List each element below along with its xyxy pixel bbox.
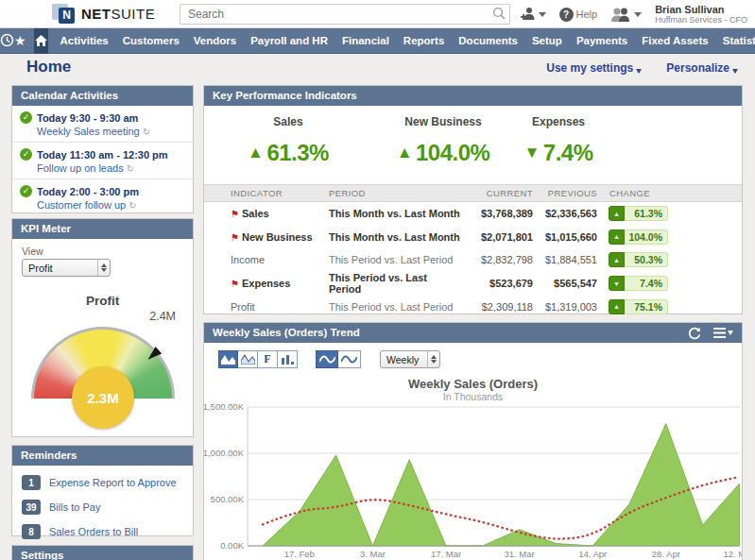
table-row[interactable]: Income This Period vs. Last Period $2,83… (204, 248, 742, 272)
nav-item-activities[interactable]: Activities (60, 35, 109, 46)
calendar-activities-panel: Calendar Activities ✓Today 9:30 - 9:30 a… (11, 85, 194, 213)
reminder-item[interactable]: 39 Bills to Pay (22, 500, 183, 515)
chart-type-line-button[interactable] (238, 350, 258, 368)
portlet-menu-icon[interactable] (713, 328, 733, 338)
reminders-header[interactable]: Reminders (12, 446, 193, 466)
reminder-item[interactable]: 8 Sales Orders to Bill (22, 524, 183, 539)
nav-item-fixed-assets[interactable]: Fixed Assets (642, 35, 709, 46)
reminder-count-badge: 8 (22, 524, 41, 539)
calendar-event[interactable]: ✓Today 2:00 - 3:00 pm Customer follow up… (12, 178, 193, 215)
flag-icon: ⚑ (231, 232, 239, 243)
nav-item-documents[interactable]: Documents (458, 35, 518, 46)
col-header-indicator[interactable]: INDICATOR (231, 188, 329, 198)
svg-text:3. Mar: 3. Mar (360, 549, 386, 559)
trend-panel: Weekly Sales (Orders) Trend F (203, 322, 743, 560)
col-header-period[interactable]: PERIOD (329, 188, 461, 198)
calendar-event[interactable]: ✓Today 9:30 - 9:30 am Weekly Sales meeti… (12, 106, 193, 142)
change-badge: ▲104.0% (609, 229, 668, 245)
user-menu[interactable] (610, 7, 642, 23)
table-row[interactable]: Profit This Period vs. Last Period $2,30… (204, 295, 742, 318)
reminder-label[interactable]: Sales Orders to Bill (49, 526, 138, 537)
top-header: N NETSUITE ? Help Brian Sullivan Huffman… (0, 0, 755, 28)
chevron-down-icon (634, 12, 642, 17)
event-title[interactable]: Weekly Sales meeting (37, 126, 140, 137)
interval-select[interactable]: Weekly (380, 350, 440, 368)
line-chart-icon (241, 354, 255, 365)
reminder-count-badge: 1 (22, 475, 41, 490)
chart-type-flag-button[interactable]: F (258, 350, 278, 368)
personalize-button[interactable]: Personalize (666, 61, 738, 75)
nav-item-customers[interactable]: Customers (123, 35, 180, 46)
event-title[interactable]: Follow up on leads (37, 162, 124, 174)
nav-item-financial[interactable]: Financial (342, 35, 389, 46)
check-circle-icon: ✓ (20, 148, 32, 161)
use-my-settings-button[interactable]: Use my settings (546, 61, 642, 75)
home-tab[interactable] (34, 28, 48, 54)
check-circle-icon: ✓ (20, 111, 32, 124)
chart-type-bar-button[interactable] (278, 350, 298, 368)
calendar-activities-header[interactable]: Calendar Activities (12, 86, 193, 106)
kpi-meter-header[interactable]: KPI Meter (12, 219, 193, 239)
svg-text:0.00K: 0.00K (220, 540, 244, 551)
user-name: Brian Sullivan (655, 4, 747, 16)
svg-text:12. May: 12. May (724, 549, 743, 559)
refresh-icon[interactable] (688, 327, 701, 340)
recent-records-button[interactable] (0, 33, 14, 49)
shortcuts-button[interactable]: ★ (14, 33, 26, 48)
settings-header[interactable]: Settings (12, 546, 193, 560)
calendar-event[interactable]: ✓Today 11:30 am - 12:30 pm Follow up on … (12, 142, 193, 178)
svg-text:31. Mar: 31. Mar (504, 549, 534, 559)
svg-text:28. Apr: 28. Apr (652, 549, 680, 559)
check-circle-icon: ✓ (20, 185, 32, 197)
chart-type-area-button[interactable] (218, 350, 238, 368)
chevron-down-icon (539, 12, 546, 17)
kpi-panel-header[interactable]: Key Performance Indicators (204, 86, 742, 106)
trendline-outline-button[interactable] (338, 350, 361, 368)
recurring-icon: ↻ (127, 163, 134, 174)
create-new-button[interactable] (520, 7, 546, 22)
nav-item-payroll-hr[interactable]: Payroll and HR (250, 35, 328, 46)
kpi-gauge: 2.3M (31, 323, 175, 436)
flag-chart-icon: F (264, 352, 270, 366)
weekly-sales-chart[interactable]: 0.00K500.00K1,000.00K1,500.00K17. Feb3. … (205, 402, 743, 560)
interval-value: Weekly (381, 354, 427, 365)
event-title[interactable]: Customer follow up (37, 199, 126, 211)
gauge-title: Profit (12, 294, 193, 308)
kpi-headline-sales[interactable]: Sales ▲61.3% (217, 115, 359, 166)
event-time: Today 11:30 am - 12:30 pm (37, 149, 168, 161)
svg-text:17. Feb: 17. Feb (284, 549, 315, 559)
nav-item-reports[interactable]: Reports (403, 35, 444, 46)
reminder-label[interactable]: Bills to Pay (49, 501, 100, 513)
trend-panel-title: Weekly Sales (Orders) Trend (213, 323, 360, 343)
trend-panel-header[interactable]: Weekly Sales (Orders) Trend (204, 323, 742, 343)
kpi-view-select[interactable]: Profit (22, 259, 111, 277)
col-header-current[interactable]: CURRENT (461, 188, 533, 198)
search-icon[interactable] (489, 7, 509, 22)
reminder-item[interactable]: 1 Expense Report to Approve (22, 475, 183, 490)
up-arrow-icon: ▲ (397, 144, 412, 162)
global-search[interactable] (180, 4, 510, 25)
reminder-count-badge: 39 (22, 500, 41, 515)
search-input[interactable] (180, 8, 489, 21)
reminder-label[interactable]: Expense Report to Approve (49, 477, 177, 488)
svg-text:17. Mar: 17. Mar (431, 549, 461, 559)
nav-item-payments[interactable]: Payments (576, 35, 627, 46)
flag-icon: ⚑ (231, 209, 239, 219)
reminders-panel: Reminders 1 Expense Report to Approve 39… (11, 445, 194, 536)
col-header-change[interactable]: CHANGE (597, 188, 742, 198)
user-info[interactable]: Brian Sullivan Huffman Services - CFO (655, 4, 747, 25)
table-row[interactable]: ⚑Sales This Month vs. Last Month $3,768,… (204, 202, 742, 226)
trendline-smooth-button[interactable] (316, 350, 338, 368)
kpi-headline-expenses[interactable]: Expenses ▼7.4% (488, 115, 629, 166)
nav-item-statistical-analysis[interactable]: Statistical Analysis (723, 35, 755, 46)
up-arrow-icon: ▲ (248, 144, 263, 162)
select-stepper-icon (97, 260, 110, 276)
table-row[interactable]: ⚑New Business This Month vs. Last Month … (204, 226, 742, 249)
table-row[interactable]: ⚑Expenses This Period vs. Last Period $5… (204, 272, 742, 296)
nav-item-setup[interactable]: Setup (532, 35, 562, 46)
select-stepper-icon (427, 351, 439, 367)
nav-item-vendors[interactable]: Vendors (194, 35, 236, 46)
help-button[interactable]: ? Help (559, 8, 598, 22)
change-badge: ▲50.3% (609, 252, 668, 267)
col-header-previous[interactable]: PREVIOUS (533, 188, 597, 198)
